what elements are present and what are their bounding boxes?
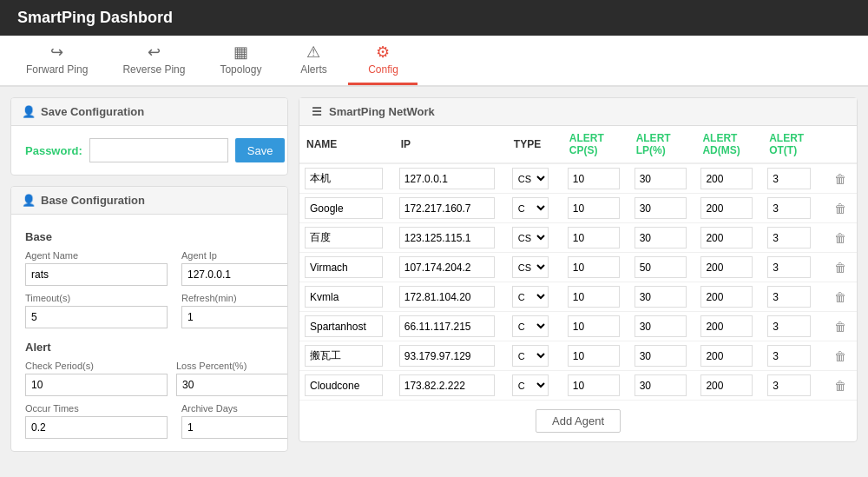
agent-name-cell-2[interactable]	[305, 227, 383, 248]
agent-ad-cell-3[interactable]	[700, 256, 753, 278]
agent-lp-cell-2[interactable]	[635, 227, 687, 248]
tab-forward-ping[interactable]: ↪ Forward Ping	[9, 36, 105, 85]
agent-ad-cell-0[interactable]	[700, 168, 753, 189]
agent-cp-cell-3[interactable]	[568, 256, 620, 278]
delete-agent-button-2[interactable]: 🗑	[834, 231, 846, 245]
agent-ip-input[interactable]	[181, 263, 288, 286]
agent-cp-cell-4[interactable]	[568, 286, 620, 308]
agent-ip-cell-5[interactable]	[399, 315, 495, 337]
agent-name-cell-4[interactable]	[305, 286, 383, 308]
tab-reverse-ping[interactable]: ↩ Reverse Ping	[105, 36, 202, 85]
save-config-body: Password: Save	[11, 126, 287, 175]
agent-name-input[interactable]	[25, 263, 168, 286]
main-content: 👤 Save Configuration Password: Save 👤 Ba…	[0, 87, 868, 462]
agent-type-cell-2[interactable]: CS C S	[512, 227, 549, 248]
agent-lp-cell-1[interactable]	[635, 197, 687, 219]
tab-topology[interactable]: ▦ Topology	[202, 36, 279, 85]
delete-agent-button-0[interactable]: 🗑	[834, 172, 846, 186]
agent-ot-cell-4[interactable]	[767, 286, 811, 308]
delete-agent-button-6[interactable]: 🗑	[834, 349, 846, 363]
col-header-action	[829, 126, 857, 163]
save-row: Password: Save	[25, 138, 273, 162]
agent-ad-cell-1[interactable]	[700, 197, 753, 219]
agent-ip-cell-6[interactable]	[399, 345, 495, 367]
delete-agent-button-7[interactable]: 🗑	[834, 379, 846, 393]
agent-type-cell-5[interactable]: CS C S	[512, 315, 549, 337]
delete-agent-button-3[interactable]: 🗑	[834, 261, 846, 275]
agent-name-cell-1[interactable]	[305, 197, 383, 219]
tab-reverse-ping-label: Reverse Ping	[122, 63, 185, 76]
agent-type-cell-6[interactable]: CS C S	[512, 345, 549, 367]
agent-ip-cell-4[interactable]	[399, 286, 495, 308]
agent-type-cell-4[interactable]: CS C S	[512, 286, 549, 308]
agent-lp-cell-0[interactable]	[635, 168, 687, 189]
agent-lp-cell-3[interactable]	[635, 256, 687, 278]
delete-agent-button-5[interactable]: 🗑	[834, 320, 846, 334]
agent-cp-cell-7[interactable]	[568, 374, 620, 396]
agent-ad-cell-2[interactable]	[700, 227, 753, 248]
table-row: CS C S 🗑	[299, 341, 857, 371]
agent-lp-cell-5[interactable]	[635, 315, 687, 337]
agent-name-cell-3[interactable]	[305, 256, 383, 278]
agent-cp-cell-2[interactable]	[568, 227, 620, 248]
occur-times-input[interactable]	[25, 416, 168, 439]
agent-ip-cell-2[interactable]	[399, 227, 495, 248]
alert-subtitle: Alert	[25, 341, 273, 354]
nav-tabs: ↪ Forward Ping ↩ Reverse Ping ▦ Topology…	[0, 36, 868, 87]
agent-ot-cell-7[interactable]	[767, 374, 811, 396]
refresh-input[interactable]	[181, 306, 288, 328]
table-row: CS C S 🗑	[299, 194, 857, 223]
add-agent-button[interactable]: Add Agent	[536, 409, 621, 433]
archive-days-input[interactable]	[181, 416, 288, 439]
agent-cp-cell-0[interactable]	[568, 168, 620, 189]
agent-ad-cell-6[interactable]	[700, 345, 753, 367]
agent-lp-cell-6[interactable]	[635, 345, 687, 367]
tab-alerts[interactable]: ⚠ Alerts	[279, 36, 348, 85]
network-header: ☰ SmartPing NetWork	[299, 98, 857, 126]
agent-name-cell-7[interactable]	[305, 374, 383, 396]
agent-ot-cell-3[interactable]	[767, 256, 811, 278]
agent-type-cell-7[interactable]: CS C S	[512, 374, 549, 396]
agent-name-cell-0[interactable]	[305, 168, 383, 189]
agent-ad-cell-7[interactable]	[700, 374, 753, 396]
agent-ip-cell-0[interactable]	[399, 168, 495, 189]
agent-ad-cell-4[interactable]	[700, 286, 753, 308]
loss-percent-input[interactable]	[176, 374, 288, 396]
tab-config[interactable]: ⚙ Config	[348, 36, 418, 85]
agent-ot-cell-5[interactable]	[767, 315, 811, 337]
agent-cp-cell-6[interactable]	[568, 345, 620, 367]
agent-lp-cell-7[interactable]	[635, 374, 687, 396]
agent-name-cell-6[interactable]	[305, 345, 383, 367]
network-table-container: NAME IP TYPE ALERT CP(S) ALERT LP(%) ALE…	[299, 126, 857, 441]
agent-ip-cell-3[interactable]	[399, 256, 495, 278]
agent-ot-cell-1[interactable]	[767, 197, 811, 219]
timeout-input[interactable]	[25, 306, 168, 328]
tab-forward-ping-label: Forward Ping	[26, 63, 88, 76]
delete-agent-button-1[interactable]: 🗑	[834, 202, 846, 215]
agent-ad-cell-5[interactable]	[700, 315, 753, 337]
network-grid-icon: ☰	[312, 105, 322, 118]
agent-ot-cell-2[interactable]	[767, 227, 811, 248]
agent-type-cell-0[interactable]: CS C S	[512, 168, 549, 189]
agent-ip-cell-1[interactable]	[399, 197, 495, 219]
loss-percent-group: Loss Percent(%)	[176, 361, 288, 396]
password-input[interactable]	[89, 138, 228, 162]
check-period-input[interactable]	[25, 374, 168, 396]
timeout-group: Timeout(s)	[25, 293, 168, 328]
agent-type-cell-1[interactable]: CS C S	[512, 197, 549, 219]
forward-ping-icon: ↪	[50, 43, 63, 62]
agent-name-group: Agent Name	[25, 250, 168, 286]
base-config-title: Base Configuration	[41, 194, 145, 207]
agent-lp-cell-4[interactable]	[635, 286, 687, 308]
agent-ot-cell-6[interactable]	[767, 345, 811, 367]
agent-type-cell-3[interactable]: CS C S	[512, 256, 549, 278]
save-button[interactable]: Save	[235, 138, 286, 162]
agent-ip-cell-7[interactable]	[399, 374, 495, 396]
alerts-icon: ⚠	[306, 43, 320, 62]
tab-alerts-label: Alerts	[300, 63, 327, 76]
agent-name-cell-5[interactable]	[305, 315, 383, 337]
agent-cp-cell-1[interactable]	[568, 197, 620, 219]
agent-ot-cell-0[interactable]	[767, 168, 811, 189]
delete-agent-button-4[interactable]: 🗑	[834, 290, 846, 304]
agent-cp-cell-5[interactable]	[568, 315, 620, 337]
